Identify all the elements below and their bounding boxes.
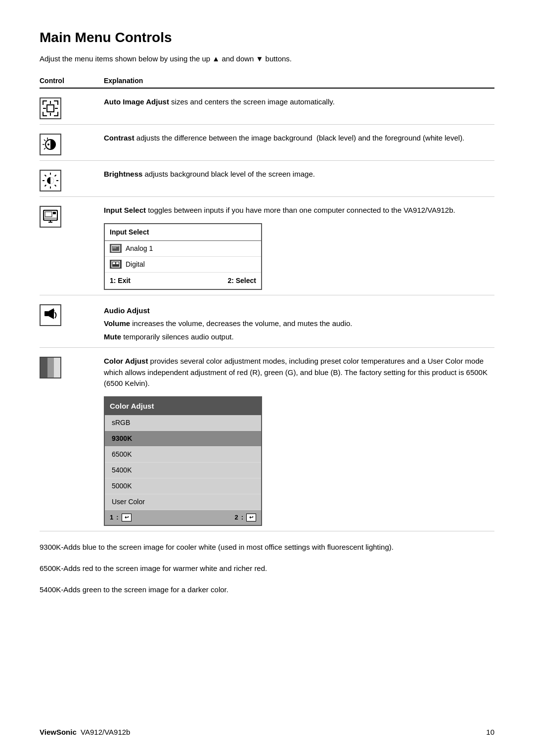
- svg-line-16: [45, 175, 46, 177]
- contrast-icon-cell: [40, 133, 104, 155]
- input-select-label: 2: Select: [227, 276, 256, 286]
- input-select-icon: [40, 206, 61, 228]
- footer-back-num: 1: [110, 513, 113, 522]
- color-adjust-box-title: Color Adjust: [105, 397, 261, 416]
- desc-9300k: 9300K-Adds blue to the screen image for …: [40, 541, 494, 553]
- digital-icon: [110, 260, 122, 269]
- svg-line-18: [55, 175, 56, 177]
- input-exit-label: 1: Exit: [110, 276, 131, 286]
- svg-rect-26: [53, 212, 56, 214]
- audio-icon: [40, 304, 61, 326]
- color-item-srgb: sRGB: [105, 415, 261, 431]
- footer-page-number: 10: [486, 728, 494, 736]
- brightness-explanation: Brightness adjusts background black leve…: [104, 169, 494, 180]
- svg-rect-36: [41, 358, 47, 378]
- digital-label: Digital: [126, 259, 145, 270]
- svg-rect-38: [54, 358, 60, 378]
- auto-image-adjust-term: Auto Image Adjust: [104, 97, 169, 106]
- svg-rect-31: [113, 262, 115, 264]
- select-icon: ↩: [246, 514, 256, 521]
- svg-point-10: [47, 143, 49, 145]
- svg-point-35: [51, 309, 54, 312]
- color-item-6500k: 6500K: [105, 447, 261, 463]
- svg-line-17: [55, 185, 56, 187]
- brightness-icon: [40, 170, 61, 191]
- footer-model: VA912/VA912b: [79, 728, 131, 736]
- mute-text: Mute temporarily silences audio output.: [104, 331, 494, 343]
- footer-select-num: 2: [234, 513, 238, 522]
- brightness-icon-cell: [40, 169, 104, 191]
- color-adjust-icon-cell: [40, 356, 104, 378]
- input-select-box-title: Input Select: [105, 224, 261, 241]
- input-select-box: Input Select Analog 1 Digital 1: Exit 2:…: [104, 223, 262, 290]
- page-footer: ViewSonic VA912/VA912b 10: [40, 728, 494, 736]
- svg-rect-33: [44, 311, 48, 316]
- svg-rect-32: [116, 262, 119, 264]
- color-adjust-term: Color Adjust: [104, 357, 148, 365]
- input-select-icon-cell: [40, 205, 104, 228]
- contrast-icon: [40, 134, 61, 155]
- row-contrast: Contrast adjusts the difference between …: [40, 125, 494, 161]
- row-auto-image-adjust: Auto Image Adjust sizes and centers the …: [40, 89, 494, 125]
- row-color-adjust: Color Adjust provides several color adju…: [40, 348, 494, 531]
- page-title: Main Menu Controls: [40, 30, 494, 46]
- desc-5400k: 5400K-Adds green to the screen image for…: [40, 584, 494, 595]
- auto-image-adjust-explanation: Auto Image Adjust sizes and centers the …: [104, 96, 494, 108]
- contrast-term: Contrast: [104, 134, 134, 142]
- color-adjust-explanation: Color Adjust provides several color adju…: [104, 356, 494, 526]
- color-item-user-color: User Color: [105, 494, 261, 510]
- footer-back-btn: 1 : ↩: [110, 513, 132, 522]
- analog-label: Analog 1: [126, 243, 153, 254]
- svg-rect-4: [47, 105, 54, 112]
- footer-select-btn: 2 : ↩: [234, 513, 256, 522]
- color-adjust-box: Color Adjust sRGB 9300K 6500K 5400K 5000…: [104, 396, 262, 526]
- color-item-9300k: 9300K: [105, 431, 261, 447]
- col-control-label: Control: [40, 77, 104, 85]
- brightness-term: Brightness: [104, 170, 142, 178]
- color-item-5400k: 5400K: [105, 463, 261, 478]
- color-adjust-box-footer: 1 : ↩ 2 : ↩: [105, 510, 261, 525]
- input-select-explanation: Input Select toggles between inputs if y…: [104, 205, 494, 290]
- input-select-item-analog: Analog 1: [105, 241, 261, 257]
- audio-icon-cell: [40, 303, 104, 326]
- color-adjust-icon: [40, 357, 61, 378]
- color-item-5000k: 5000K: [105, 478, 261, 494]
- footer-brand-model: ViewSonic VA912/VA912b: [40, 728, 130, 736]
- svg-rect-37: [47, 358, 54, 378]
- desc-6500k: 6500K-Adds red to the screen image for w…: [40, 563, 494, 574]
- svg-line-6: [44, 140, 45, 141]
- svg-rect-25: [45, 212, 52, 217]
- svg-line-7: [44, 148, 45, 149]
- auto-image-adjust-icon: [40, 97, 61, 119]
- analog-icon: [110, 244, 122, 253]
- table-header: Control Explanation: [40, 77, 494, 89]
- col-explanation-label: Explanation: [104, 77, 143, 85]
- contrast-explanation: Contrast adjusts the difference between …: [104, 133, 494, 144]
- intro-text: Adjust the menu items shown below by usi…: [40, 54, 494, 63]
- input-select-item-digital: Digital: [105, 257, 261, 273]
- row-input-select: Input Select toggles between inputs if y…: [40, 197, 494, 295]
- row-brightness: Brightness adjusts background black leve…: [40, 161, 494, 197]
- svg-line-19: [45, 185, 46, 187]
- audio-adjust-title: Audio Adjust: [104, 305, 494, 317]
- back-icon: ↩: [122, 514, 132, 521]
- row-audio-adjust: Audio Adjust Volume increases the volume…: [40, 295, 494, 348]
- footer-brand: ViewSonic: [40, 728, 77, 736]
- input-select-box-footer: 1: Exit 2: Select: [105, 273, 261, 289]
- auto-image-adjust-icon-cell: [40, 96, 104, 119]
- volume-text: Volume increases the volume, decreases t…: [104, 318, 494, 330]
- input-select-term: Input Select: [104, 206, 146, 214]
- audio-adjust-explanation: Audio Adjust Volume increases the volume…: [104, 305, 494, 343]
